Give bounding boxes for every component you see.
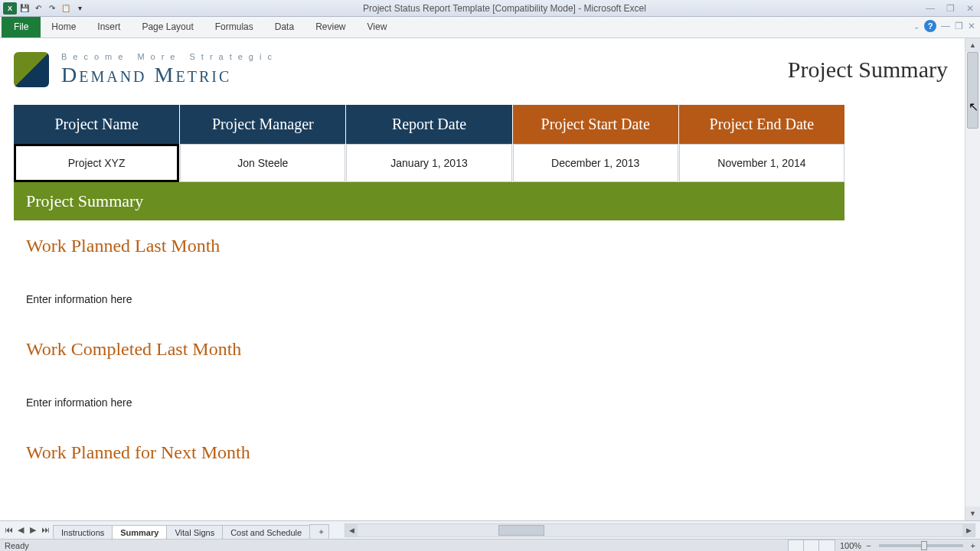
tab-review[interactable]: Review [305,17,356,37]
excel-icon[interactable]: X [3,2,17,15]
brand-tagline: Become More Strategic [61,52,278,61]
maximize-icon[interactable]: ❐ [943,3,957,14]
cell-project-name[interactable]: Project XYZ [14,144,179,182]
brand-row: Become More Strategic Demand Metric Proj… [14,52,951,87]
sheet-tab-summary[interactable]: Summary [112,525,167,540]
window-controls: — ❐ ✕ [923,3,977,14]
tab-home[interactable]: Home [41,17,87,37]
ribbon-tabs: File Home Insert Page Layout Formulas Da… [0,17,980,38]
sheet-tab-bar: ⏮ ◀ ▶ ⏭ Instructions Summary Vital Signs… [0,520,980,539]
scroll-up-icon[interactable]: ▲ [965,38,980,52]
col-header-project-manager: Project Manager [180,105,345,144]
zoom-level[interactable]: 100% [840,541,861,550]
col-header-end-date: Project End Date [679,105,844,144]
minimize-icon[interactable]: — [923,3,937,14]
view-buttons [788,540,835,552]
cell-end-date[interactable]: November 1, 2014 [679,144,844,182]
cell-start-date[interactable]: December 1, 2013 [513,144,678,182]
close-icon[interactable]: ✕ [963,3,977,14]
tab-file[interactable]: File [2,17,41,37]
tab-insert[interactable]: Insert [87,17,131,37]
col-header-project-name: Project Name [14,105,179,144]
paste-icon[interactable]: 📋 [60,2,72,15]
sheet-tab-new-icon[interactable]: ✦ [309,524,329,540]
section-bar-summary: Project Summary [14,182,844,220]
hscroll-left-icon[interactable]: ◀ [345,524,358,536]
hscroll-thumb[interactable] [498,525,544,536]
zoom-slider[interactable] [879,544,963,547]
brand-name: Demand Metric [61,63,278,87]
brand-logo-icon [14,52,49,87]
tab-page-layout[interactable]: Page Layout [131,17,204,37]
view-page-layout-icon[interactable] [804,540,819,551]
tab-data[interactable]: Data [264,17,305,37]
status-ready: Ready [5,541,29,550]
horizontal-scrollbar[interactable]: ◀ ▶ [345,523,975,537]
vertical-scrollbar[interactable]: ▲ ▼ [965,38,980,520]
save-icon[interactable]: 💾 [18,2,31,15]
scroll-down-icon[interactable]: ▼ [965,507,980,520]
ribbon-min-chevron-icon[interactable]: ⌄ [913,22,920,31]
zoom-in-icon[interactable]: + [971,541,975,550]
view-page-break-icon[interactable] [819,540,835,551]
col-header-report-date: Report Date [346,105,511,144]
window-title: Project Status Report Template [Compatib… [86,3,923,14]
subhead-planned-next: Work Planned for Next Month [26,442,951,463]
tab-view[interactable]: View [357,17,398,37]
sheet-nav-last-icon[interactable]: ⏭ [40,525,51,535]
subhead-completed-last: Work Completed Last Month [26,339,951,360]
ribbon-window-min-icon[interactable]: — [941,21,950,31]
cell-report-date[interactable]: January 1, 2013 [346,144,511,182]
zoom-out-icon[interactable]: − [866,541,871,550]
cell-project-manager[interactable]: Jon Steele [180,144,345,182]
sheet-nav-first-icon[interactable]: ⏮ [3,525,14,535]
title-bar: X 💾 ↶ ↷ 📋 ▾ Project Status Report Templa… [0,0,980,17]
summary-table: Project Name Project XYZ Project Manager… [14,104,844,182]
ribbon-window-close-icon[interactable]: ✕ [968,21,975,31]
hscroll-right-icon[interactable]: ▶ [962,524,975,536]
sheet-tab-instructions[interactable]: Instructions [53,525,113,540]
sheet-nav-prev-icon[interactable]: ◀ [15,525,26,535]
redo-icon[interactable]: ↷ [46,2,58,15]
sheet-nav-next-icon[interactable]: ▶ [28,525,38,535]
undo-icon[interactable]: ↶ [32,2,44,15]
qat-dropdown-icon[interactable]: ▾ [74,2,86,15]
tab-formulas[interactable]: Formulas [204,17,264,37]
status-bar: Ready 100% − + [0,539,980,551]
col-header-start-date: Project Start Date [513,105,678,144]
ribbon-right-controls: ⌄ ? — ❐ ✕ [913,20,975,32]
ribbon-window-restore-icon[interactable]: ❐ [955,21,963,31]
worksheet-area[interactable]: Become More Strategic Demand Metric Proj… [0,38,965,520]
quick-access-toolbar: X 💾 ↶ ↷ 📋 ▾ [3,2,86,15]
subhead-planned-last: Work Planned Last Month [26,236,951,256]
sheet-nav-buttons: ⏮ ◀ ▶ ⏭ [0,525,54,535]
page-title: Project Summary [788,57,948,83]
entry-completed-last[interactable]: Enter information here [26,396,951,409]
help-icon[interactable]: ? [924,20,936,32]
sheet-tab-cost-schedule[interactable]: Cost and Schedule [222,525,310,540]
view-normal-icon[interactable] [789,540,804,551]
scroll-thumb[interactable] [967,52,978,129]
sheet-tab-vital-signs[interactable]: Vital Signs [166,525,223,540]
entry-planned-last[interactable]: Enter information here [26,293,951,305]
zoom-slider-thumb[interactable] [921,541,927,550]
